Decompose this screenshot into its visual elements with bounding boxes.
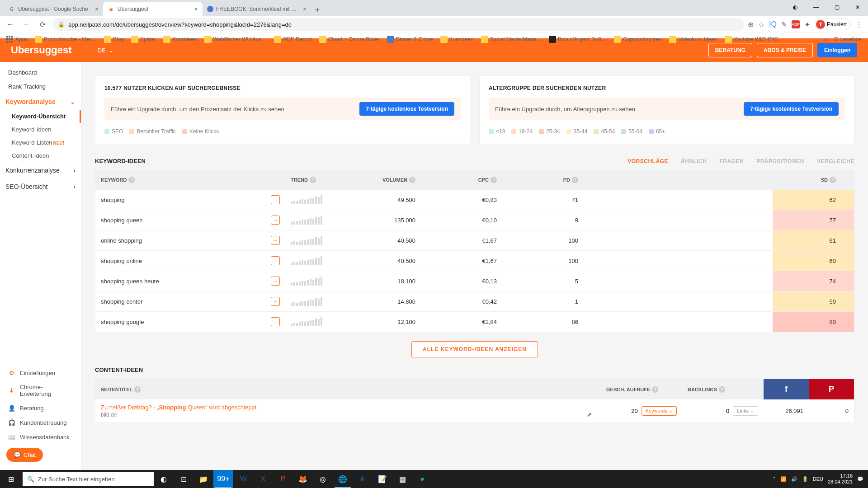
col-est-visits[interactable]: GESCH. AUFRUFE [606,387,650,392]
col-cpc[interactable]: CPC [478,177,489,183]
info-icon[interactable]: ? [310,177,316,183]
sidebar-item-keyword-lists[interactable]: Keyword-ListenNEU! [0,136,81,149]
tab-related[interactable]: ÄHNLICH [681,158,707,164]
forward-button[interactable]: → [20,18,33,31]
col-keyword[interactable]: KEYWORD [101,177,127,183]
tab-prepositions[interactable]: PRÄPOSITIONEN [756,158,804,164]
keywords-dropdown[interactable]: Keywords ⌄ [642,406,677,416]
word-icon[interactable]: W [233,470,253,488]
browser-tab[interactable]: G Ubersuggest - Google Suche × [4,2,103,16]
tab-questions[interactable]: FRAGEN [719,158,744,164]
minimize-button[interactable]: — [806,0,826,14]
reading-list-button[interactable]: ☰Leseliste [831,35,864,43]
chat-button[interactable]: 💬Chat [6,448,43,462]
trial-button[interactable]: 7-tägige kostenlose Testversion [744,102,839,116]
menu-icon[interactable]: ⋮ [855,20,863,29]
translate-icon[interactable]: ⊕ [748,20,754,29]
extension-icon[interactable]: IQ [769,20,777,28]
reload-button[interactable]: ⟳ [36,18,49,31]
bookmark-item[interactable]: Cload + Canva Bilder [316,35,382,44]
info-icon[interactable]: ? [134,386,141,393]
sidebar-item-keyword-ideas[interactable]: Keyword-Ideen [0,123,81,136]
excel-icon[interactable]: X [253,470,273,488]
col-page-title[interactable]: SEITENTITEL [101,387,132,392]
bookmark-item[interactable]: Produktsuche - Mer… [32,35,99,44]
spotify-icon[interactable]: ● [412,470,432,488]
cortana-button[interactable]: ⊡ [174,470,193,488]
sidebar-item-consulting[interactable]: 👤Beratung [0,401,81,415]
clock[interactable]: 17:1628.04.2021 [828,473,853,485]
sidebar-item-dashboard[interactable]: Dashboard [0,66,81,80]
chrome-icon[interactable]: 🌐 [333,470,353,488]
sidebar-item-settings[interactable]: ⚙Einstellungen [0,366,81,380]
new-tab-button[interactable]: + [311,4,324,16]
info-icon[interactable]: ? [719,386,725,393]
browser-tab-active[interactable]: ◉ Ubersuggest × [103,2,203,16]
trial-button[interactable]: 7-tägige kostenlose Testversion [359,102,454,116]
expand-icon[interactable]: → [271,297,280,306]
bookmark-item[interactable]: Copywriting neu [611,35,665,44]
back-button[interactable]: ← [4,18,16,31]
info-icon[interactable]: ? [830,177,836,183]
col-sd[interactable]: SD [821,177,828,183]
powerpoint-icon[interactable]: P [273,470,293,488]
bookmark-item[interactable]: PDF Report [271,35,314,44]
sidebar-group-competitor[interactable]: Konkurrenzanalyse› [0,162,81,178]
bookmark-overflow[interactable]: » [824,36,827,42]
sidebar-item-content-ideas[interactable]: Content-Ideen [0,149,81,162]
tray-chevron-icon[interactable]: ˄ [773,476,776,482]
info-icon[interactable]: ? [572,177,578,183]
col-backlinks[interactable]: BACKLINKS [688,387,717,392]
maximize-button[interactable]: ▢ [826,0,847,14]
bookmark-item[interactable]: Kursideen [438,35,476,44]
browser-tab[interactable]: FREEBOOK: Sommerkleid mit Sp… × [203,2,311,16]
consulting-button[interactable]: BERATUNG [708,43,752,57]
firefox-icon[interactable]: 🦊 [293,470,313,488]
info-icon[interactable]: ? [409,177,415,183]
col-pd[interactable]: PD [563,177,570,183]
view-all-keywords-button[interactable]: ALLE KEYWORD-IDEEN ANZEIGEN [411,341,538,357]
close-icon[interactable]: × [303,5,307,13]
obs-icon[interactable]: ◎ [313,470,333,488]
expand-icon[interactable]: → [271,277,280,286]
extensions-icon[interactable]: ✦ [804,20,810,29]
login-button[interactable]: Einloggen [817,43,857,57]
tab-comparisons[interactable]: VERGLEICHE [817,158,854,164]
bookmark-item[interactable]: Wahlfächer WU Aus… [202,35,270,44]
language-selector[interactable]: DE⌄ [86,47,113,54]
expand-icon[interactable]: → [271,195,280,204]
profile-button[interactable]: T Pausiert [815,19,851,30]
plans-button[interactable]: ABOS & PREISE [757,43,813,57]
info-icon[interactable]: ? [128,177,135,183]
bookmark-star-icon[interactable]: ☆ [758,20,764,29]
sidebar-item-chrome-ext[interactable]: ⬇Chrome-Erweiterung [0,380,81,401]
expand-icon[interactable]: → [271,256,280,265]
bookmark-item[interactable]: Social Media Mana… [478,35,544,44]
bookmark-item[interactable]: Bois d'Argent Duft… [546,35,609,44]
col-trend[interactable]: TREND [291,177,308,183]
close-window-button[interactable]: ✕ [847,0,868,14]
app-icon[interactable]: ▦ [392,470,412,488]
bookmark-item[interactable]: Später [128,35,159,44]
sidebar-item-keyword-overview[interactable]: Keyword-Übersicht [0,110,81,123]
sidebar-group-seo[interactable]: SEO-Übersicht› [0,178,81,195]
bookmark-item[interactable]: Dinner & Crime [384,35,436,44]
bookmark-item[interactable]: Youtube WICHTIG [722,35,781,44]
edge-icon[interactable]: e [353,470,373,488]
sidebar-item-support[interactable]: 🎧Kundenbetreuung [0,415,81,430]
info-icon[interactable]: ? [491,177,497,183]
task-view-button[interactable]: ◐ [154,470,174,488]
start-button[interactable]: ⊞ [0,470,22,488]
links-dropdown[interactable]: Links ⌄ [733,406,758,416]
expand-icon[interactable]: → [271,317,280,326]
bookmark-item[interactable]: Kursideen [160,35,199,44]
info-icon[interactable]: ? [652,386,658,393]
wifi-icon[interactable]: 📶 [780,476,787,482]
content-link[interactable]: Zu heißer Drehtag? - „Shopping Queen" wi… [101,404,595,411]
mail-icon[interactable]: 99+ [213,470,233,488]
address-bar[interactable]: 🔒 app.neilpatel.com/de/ubersuggest/overv… [52,18,744,31]
close-icon[interactable]: × [194,5,198,13]
sidebar-group-keyword-analysis[interactable]: Keywordanalyse⌄ [0,94,81,110]
expand-icon[interactable]: → [271,216,280,225]
notepad-icon[interactable]: 📝 [373,470,392,488]
